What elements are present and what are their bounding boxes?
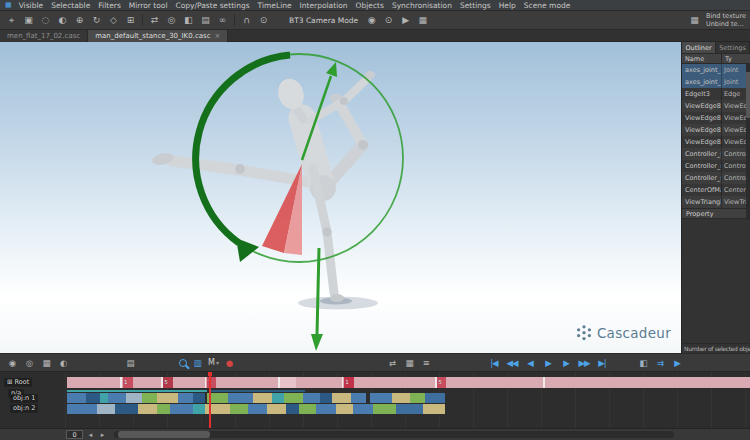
timeline-segment[interactable] (120, 377, 122, 388)
menu-item-synchronisation[interactable]: Synchronisation (392, 0, 452, 11)
timeline-segment[interactable] (284, 393, 303, 403)
frame-number-input[interactable]: 0 (66, 430, 83, 439)
timeline-segment[interactable] (353, 404, 372, 414)
point-controller-icon[interactable]: ⊙ (256, 13, 271, 27)
timeline-segment[interactable] (67, 390, 207, 393)
track-label[interactable]: obj:n 1 (10, 394, 38, 403)
timeline-segment[interactable] (100, 393, 108, 403)
menu-item-settings[interactable]: Settings (460, 0, 491, 11)
timeline-segment[interactable] (138, 404, 157, 414)
column-name[interactable]: Name (682, 54, 722, 63)
snap-grid-icon[interactable]: ⊞ (123, 13, 138, 27)
timeline-segment[interactable] (336, 404, 354, 414)
timeline-scrollbar[interactable] (114, 431, 674, 438)
move-tool-icon[interactable]: ⊕ (72, 13, 87, 27)
track-label[interactable]: ⊞ Root (4, 378, 32, 387)
folder-icon[interactable]: ▤ (123, 356, 138, 370)
close-icon[interactable]: × (215, 32, 221, 40)
menu-item-scene-mode[interactable]: Scene mode (524, 0, 571, 11)
filter-tracks-icon[interactable]: ▥ (190, 356, 205, 370)
menu-item-mirror-tool[interactable]: Mirror tool (129, 0, 168, 11)
menu-item-help[interactable]: Help (499, 0, 516, 11)
menu-item-selectable[interactable]: Selectable (51, 0, 90, 11)
texture-icon[interactable]: ▦ (687, 13, 702, 27)
tracks-view-icon[interactable]: ≡ (419, 356, 434, 370)
character-model[interactable] (151, 71, 375, 302)
outliner-row[interactable]: ViewEdge89ViewEdge (682, 136, 750, 148)
file-tab[interactable]: men_flat_17_02.casc (0, 30, 88, 42)
timeline-segment[interactable] (392, 393, 410, 403)
menu-item-objects[interactable]: Objects (356, 0, 384, 11)
timeline-track-row[interactable] (65, 390, 750, 393)
axes-toggle-icon[interactable]: ⇄ (147, 13, 162, 27)
timeline-segment[interactable] (410, 393, 425, 403)
menu-item-interpolation[interactable]: Interpolation (300, 0, 348, 11)
next-frame-button[interactable]: ▸ (98, 431, 107, 439)
ghost-mode-icon[interactable]: ◧ (636, 356, 651, 370)
timeline-segment[interactable] (230, 404, 248, 414)
skip-to-start-icon[interactable]: |◀ (486, 356, 502, 370)
timeline-segment[interactable] (286, 404, 298, 414)
timeline-tracks-area[interactable]: ⊞ Rootn/aobj:n 1obj:n 2 15115 (0, 372, 750, 428)
timeline-segment[interactable] (316, 404, 335, 414)
camera-icon[interactable]: ◉ (364, 13, 379, 27)
menu-item-visible[interactable]: Visible (19, 0, 44, 11)
timeline-segment[interactable] (170, 404, 193, 414)
mode-dropdown[interactable]: M ▾ (208, 358, 219, 367)
timeline-segment[interactable] (370, 393, 392, 403)
prev-frame-button[interactable]: ◂ (86, 431, 95, 439)
camera-icon[interactable]: ◉ (5, 356, 20, 370)
outliner-row[interactable]: axes_joint_pelvJoint (682, 64, 750, 76)
timeline-segment[interactable] (342, 377, 344, 388)
interval-settings-icon[interactable]: ▦ (402, 356, 417, 370)
timeline-segment[interactable] (207, 393, 228, 403)
outliner-row[interactable]: CenterOfMassBCenterOfM (682, 184, 750, 196)
timeline-segment[interactable] (248, 404, 267, 414)
menu-item-copy-paste-settings[interactable]: Copy/Paste settings (176, 0, 250, 11)
playhead[interactable] (209, 372, 211, 428)
timeline-segment[interactable] (161, 377, 163, 388)
menu-item-timeline[interactable]: TimeLine (258, 0, 292, 11)
timeline-segment[interactable] (126, 393, 142, 403)
timeline-segment[interactable] (67, 404, 97, 414)
select-tool-icon[interactable]: ⌖ (4, 13, 19, 27)
track-label[interactable]: obj:n 2 (10, 404, 38, 413)
timeline-segment[interactable] (115, 404, 138, 414)
timeline-segment[interactable] (351, 393, 366, 403)
file-tab[interactable]: man_default_stance_30_IK0.casc× (88, 30, 228, 42)
link-objects-icon[interactable]: ∞ (215, 13, 230, 27)
video-camera-icon[interactable]: ▶ (398, 13, 413, 27)
timeline-segment[interactable] (278, 377, 280, 388)
timeline-segment[interactable] (108, 393, 126, 403)
timeline-segment[interactable] (543, 377, 545, 388)
rect-select-icon[interactable]: ▣ (21, 13, 36, 27)
outliner-row[interactable]: EdgeIt3Edge (682, 88, 750, 100)
tab-outliner[interactable]: Outliner (682, 42, 716, 53)
timeline-segment[interactable] (373, 404, 396, 414)
timeline-segment[interactable] (205, 377, 207, 388)
timeline-segment[interactable] (267, 404, 286, 414)
menu-item-filters[interactable]: Filters (98, 0, 120, 11)
timeline-scrollbar-thumb[interactable] (118, 431, 210, 438)
timeline-segment[interactable] (423, 404, 445, 414)
fulcrum-point-icon[interactable]: ∩ (239, 13, 254, 27)
render-grid-icon[interactable]: ▦ (415, 13, 430, 27)
outliner-row[interactable]: axes_joint_pelvJoint (682, 76, 750, 88)
timeline-segment[interactable] (396, 404, 423, 414)
outliner-row[interactable]: Controller_scapController (682, 172, 750, 184)
column-type[interactable]: Ty (722, 54, 750, 63)
rotate-tool-icon[interactable]: ↻ (89, 13, 104, 27)
play-icon[interactable]: ▶ (540, 356, 556, 370)
timeline-segment[interactable] (209, 390, 305, 393)
timeline-track-row[interactable] (65, 393, 750, 403)
step-forward-icon[interactable]: ▶ (558, 356, 574, 370)
outliner-scrollbar[interactable] (746, 64, 750, 220)
timeline-segment[interactable] (228, 393, 253, 403)
viewport-3d[interactable]: Cascadeur (0, 42, 681, 353)
timeline-segment[interactable] (303, 393, 319, 403)
scale-tool-icon[interactable]: ◇ (106, 13, 121, 27)
next-keyframe-icon[interactable]: ▶▶ (576, 356, 592, 370)
photo-camera-icon[interactable]: ⊙ (381, 13, 396, 27)
auto-physics-icon[interactable]: ⇉ (653, 356, 668, 370)
timeline-segment[interactable] (97, 404, 115, 414)
